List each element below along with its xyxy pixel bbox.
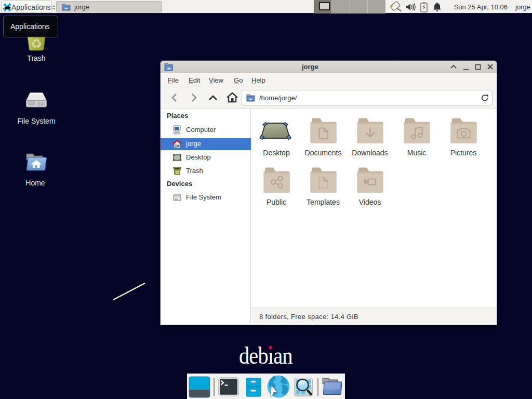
svg-text:♻: ♻ xyxy=(31,36,42,51)
svg-text:♻: ♻ xyxy=(175,170,179,175)
